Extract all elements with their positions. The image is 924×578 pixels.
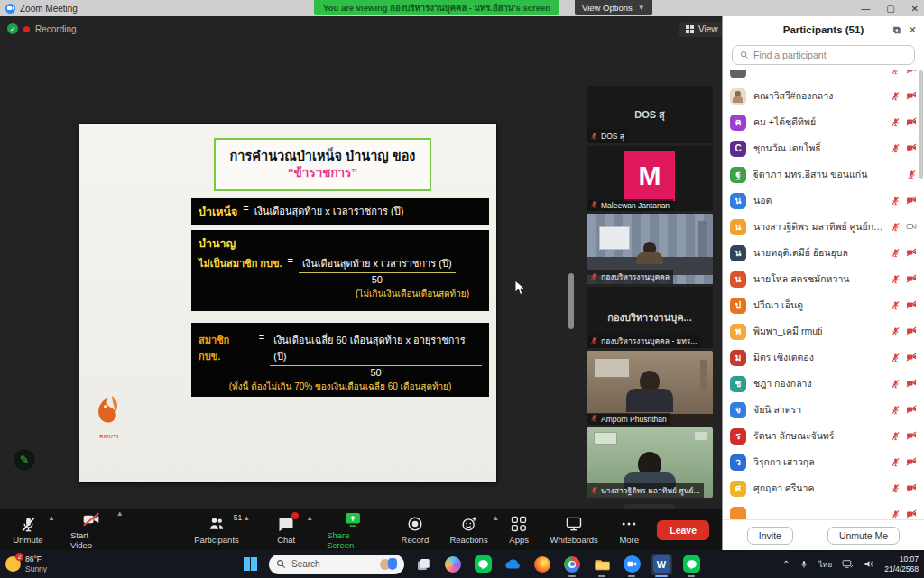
participant-row[interactable] (730, 70, 917, 83)
video-off-icon (906, 454, 917, 471)
participant-row[interactable]: ฐฐิตาภา มทร.อีสาน ขอนแก่น (730, 161, 917, 188)
annotate-pencil-button[interactable]: ✎ (13, 448, 36, 472)
participant-row[interactable]: จจัยนิ สาตรา (730, 397, 917, 423)
chevron-up-icon[interactable]: ▲ (116, 509, 124, 518)
search-highlight-icon (380, 558, 397, 570)
participant-row[interactable]: นนอต (730, 188, 917, 214)
chevron-up-icon[interactable]: ▲ (48, 514, 55, 522)
taskbar-app-onedrive[interactable] (502, 554, 523, 575)
participant-row[interactable]: คณาวิสวี#กองกลาง (730, 83, 917, 109)
participant-row[interactable]: รรัตนา ลักษณะจันทร์ (730, 423, 917, 449)
participant-row[interactable]: ชชฎา กองกลาง (730, 371, 917, 397)
chevron-up-icon[interactable]: ▲ (306, 514, 313, 522)
participants-button[interactable]: 51Participants▲ (195, 515, 238, 545)
tray-mic-icon[interactable] (799, 559, 808, 570)
taskbar-app-folder[interactable] (591, 554, 613, 575)
participant-row[interactable]: ศศุกฤตา ศรีนาค (730, 475, 917, 501)
taskbar-app-windows[interactable] (239, 554, 261, 575)
formula-bar-lump-sum: บำเหน็จ = เงินเดือนสุดท้าย x เวลาราชการ … (191, 198, 489, 225)
participant-row[interactable] (730, 501, 917, 519)
participant-row[interactable]: ปปวีณา เอ็นดู (730, 292, 917, 318)
chevron-up-icon[interactable]: ▲ (243, 514, 250, 522)
participant-row[interactable]: นนายทฤติเตมีย์ อ้อนอุบล (730, 240, 917, 266)
taskbar-app-word[interactable]: W (651, 554, 672, 575)
video-off-icon (906, 481, 917, 497)
close-panel-icon[interactable]: ✕ (909, 24, 917, 36)
video-tile[interactable]: นางสาวฐิติพร มลาทิพย์ ศูนย์... (587, 427, 713, 498)
chat-button[interactable]: Chat▲ (271, 515, 301, 545)
participant-av-status (891, 454, 917, 471)
search-placeholder: Find a participant (753, 50, 827, 60)
video-tile[interactable]: Amporn Phusrithan (587, 351, 713, 425)
video-tile[interactable]: DOS สุDOS สุ (587, 86, 713, 143)
taskbar-app-line[interactable] (472, 554, 494, 575)
close-button[interactable]: ✕ (911, 4, 919, 14)
taskbar-app-taskview[interactable] (412, 554, 434, 575)
unmute-button[interactable]: Unmute▲ (13, 515, 43, 545)
participant-row[interactable]: นนางสาวฐิติพร มลาทิพย์ ศูนย์กลาง (น... (730, 214, 917, 240)
find-participant-input[interactable]: Find a participant (732, 45, 915, 65)
participant-row[interactable]: พพิมพา_เคมี rmuti (730, 318, 917, 344)
taskbar-search[interactable]: Search (269, 555, 404, 574)
tray-network-icon[interactable] (842, 559, 854, 569)
tray-speaker-icon[interactable] (864, 559, 874, 569)
video-off-icon (906, 271, 917, 288)
participant-row[interactable]: นนายโหล สครชมักหวาน (730, 266, 917, 292)
taskbar-weather-widget[interactable]: 2 86°F Sunny (5, 555, 47, 573)
tray-chevron-up-icon[interactable]: ⌃ (782, 559, 790, 569)
start-video-button[interactable]: Start Video▲ (70, 510, 112, 550)
toolbar-label: Participants (194, 535, 239, 545)
video-tile[interactable]: MMaleewan Jantanan (587, 146, 713, 211)
leave-button[interactable]: Leave (657, 520, 709, 540)
participant-av-status (891, 507, 917, 520)
share-screen-button[interactable]: Share Screen (327, 510, 378, 550)
taskbar-app-line[interactable] (680, 554, 702, 575)
participant-row[interactable]: คคม +ไต้ชุดีทิพย์ (730, 109, 917, 135)
taskbar-app-zoom[interactable] (621, 554, 642, 575)
taskbar-app-copilot[interactable] (442, 554, 464, 575)
tile-name-label: DOS สุ (587, 129, 628, 143)
participants-panel: Participants (51) ⧉ ✕ Find a participant… (722, 16, 924, 550)
maximize-button[interactable]: ▢ (886, 4, 894, 14)
slide-title-line1: การคำนวณบำเหน็จ บำนาญ ของ (230, 148, 416, 166)
video-tile[interactable]: กองบริหารงานบุคคล (587, 214, 713, 284)
participant-avatar: ร (730, 428, 746, 445)
reactions-button[interactable]: Reactions▲ (450, 515, 487, 545)
participant-list-scrollbar[interactable] (919, 70, 923, 179)
view-layout-button[interactable]: View (679, 22, 725, 37)
invite-button[interactable]: Invite (747, 527, 793, 545)
participant-row[interactable]: มมิตร เซิงเตตอง (730, 344, 917, 371)
participant-avatar: ฐ (730, 167, 746, 183)
toolbar-label: Unmute (13, 535, 42, 545)
minimize-button[interactable]: — (861, 4, 870, 14)
mic-muted-icon (891, 88, 901, 105)
chevron-up-icon[interactable]: ▲ (492, 514, 499, 522)
whiteboards-button[interactable]: Whiteboards (550, 515, 597, 545)
mic-muted-icon (590, 336, 598, 346)
video-tile[interactable]: กองบริหารงานบุค...กองบริหารงานบุคคล - มท… (587, 287, 713, 348)
taskbar-clock[interactable]: 10:07 21/4/2568 (884, 555, 919, 573)
shared-screen-scrollbar[interactable] (568, 273, 574, 329)
search-icon (740, 50, 749, 60)
participant-list[interactable]: คณาวิสวี#กองกลางคคม +ไต้ชุดีทิพย์Cชุกนวั… (723, 70, 924, 519)
mouse-cursor (514, 280, 526, 299)
participant-row[interactable]: Cชุกนวัณ เตยโพธิ์ (730, 135, 917, 161)
taskbar-app-chrome[interactable] (561, 554, 583, 575)
view-options-button[interactable]: View Options ▼ (575, 0, 652, 15)
equals-sign: = (243, 203, 248, 214)
taskbar-app-firefox[interactable] (531, 554, 553, 575)
participant-name: รัตนา ลักษณะจันทร์ (753, 428, 883, 444)
mic-muted-icon (891, 402, 901, 418)
formula-box-gpf-member: สมาชิก กบข. = เงินเดือนเฉลี่ย 60 เดือนสุ… (191, 323, 489, 397)
participant-row[interactable]: ววิรุกกา เสาวกุล (730, 449, 917, 475)
more-button[interactable]: More (614, 515, 644, 545)
participant-avatar (730, 88, 746, 105)
apps-button[interactable]: Apps (504, 515, 534, 545)
language-indicator[interactable]: ไทย (818, 558, 832, 571)
record-button[interactable]: Record (400, 515, 430, 545)
security-shield-icon[interactable]: ✓ (7, 23, 18, 34)
toolbar-label: Start Video (70, 530, 112, 550)
unmute-me-button[interactable]: Unmute Me (827, 527, 900, 545)
popout-icon[interactable]: ⧉ (893, 24, 901, 36)
participant-av-status (891, 428, 917, 445)
